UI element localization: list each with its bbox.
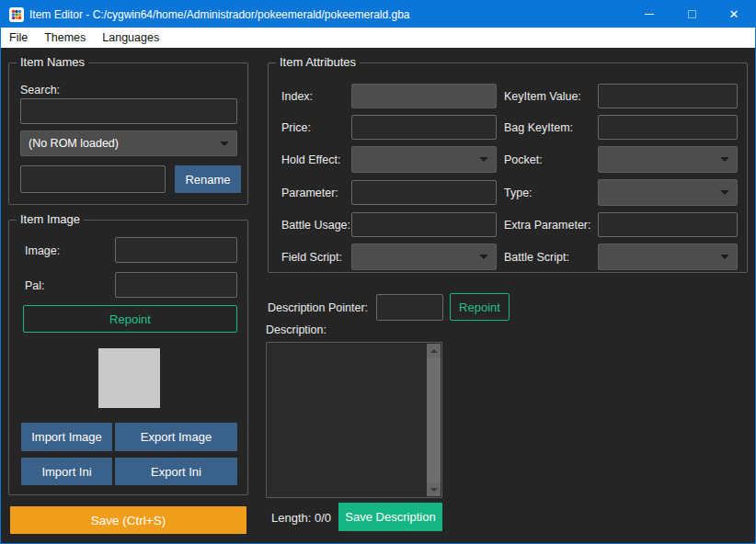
- minimize-button[interactable]: [628, 1, 670, 28]
- type-dropdown[interactable]: [598, 179, 738, 206]
- menu-themes[interactable]: Themes: [36, 28, 94, 48]
- save-description-button[interactable]: Save Description: [338, 503, 442, 531]
- field-script-dropdown[interactable]: [351, 244, 497, 270]
- repoint-image-button[interactable]: Repoint: [23, 305, 237, 333]
- price-field[interactable]: [351, 115, 497, 140]
- item-image-group-title: Item Image: [17, 212, 84, 226]
- bag-keyitem-field[interactable]: [598, 115, 738, 140]
- item-names-group-title: Item Names: [17, 55, 88, 69]
- close-icon: ✕: [729, 8, 739, 20]
- search-label: Search:: [20, 84, 60, 96]
- item-attributes-group-title: Item Attributes: [276, 55, 360, 69]
- item-image-group: Item Image Image: Pal: Repoint Import Im…: [8, 220, 248, 495]
- rom-dropdown-value: (No ROM loaded): [29, 137, 214, 150]
- app-icon: [9, 7, 24, 22]
- menu-languages[interactable]: Languages: [94, 28, 167, 48]
- battle-usage-label: Battle Usage:: [281, 219, 344, 232]
- chevron-down-icon: [720, 157, 729, 162]
- description-label: Description:: [266, 323, 326, 336]
- chevron-down-icon: [720, 255, 729, 259]
- description-pointer-label: Description Pointer:: [268, 301, 368, 314]
- scroll-down-arrow-icon: [430, 488, 438, 492]
- type-label: Type:: [504, 187, 590, 199]
- image-field[interactable]: [115, 237, 237, 263]
- chevron-down-icon: [479, 255, 488, 259]
- minimize-icon: [645, 14, 654, 15]
- repoint-description-button[interactable]: Repoint: [450, 293, 510, 321]
- parameter-field[interactable]: [351, 180, 497, 205]
- extra-parameter-field[interactable]: [598, 212, 738, 237]
- close-button[interactable]: ✕: [713, 1, 755, 28]
- item-attributes-group: Item Attributes Index: KeyItem Value: Pr…: [268, 62, 748, 273]
- battle-script-dropdown[interactable]: [598, 244, 738, 270]
- bag-keyitem-label: Bag KeyItem:: [504, 121, 590, 134]
- menu-file[interactable]: File: [1, 28, 36, 48]
- keyitem-value-field[interactable]: [598, 84, 738, 108]
- pal-label: Pal:: [25, 279, 45, 292]
- battle-usage-field[interactable]: [351, 212, 497, 237]
- keyitem-value-label: KeyItem Value:: [504, 90, 590, 103]
- description-length-label: Length: 0/0: [271, 511, 331, 525]
- chevron-down-icon: [220, 142, 229, 146]
- import-image-button[interactable]: Import Image: [21, 423, 112, 451]
- price-label: Price:: [281, 121, 344, 134]
- pocket-label: Pocket:: [504, 153, 590, 166]
- window-controls: ✕: [628, 1, 755, 28]
- titlebar[interactable]: Item Editor - C:/cygwin64/home/Administr…: [1, 1, 755, 28]
- scroll-up-button[interactable]: [427, 344, 441, 357]
- hold-effect-dropdown[interactable]: [351, 146, 497, 173]
- app-window: Item Editor - C:/cygwin64/home/Administr…: [0, 0, 756, 544]
- pal-field[interactable]: [115, 272, 237, 298]
- maximize-icon: [688, 10, 696, 18]
- import-ini-button[interactable]: Import Ini: [21, 458, 112, 485]
- rename-button[interactable]: Rename: [175, 165, 241, 193]
- chevron-down-icon: [720, 190, 729, 195]
- item-image-preview: [98, 348, 160, 408]
- rom-dropdown[interactable]: (No ROM loaded): [20, 130, 237, 156]
- hold-effect-label: Hold Effect:: [281, 153, 344, 166]
- index-field[interactable]: [351, 84, 497, 108]
- maximize-button[interactable]: [670, 1, 713, 28]
- scroll-down-button[interactable]: [427, 482, 441, 496]
- scroll-up-arrow-icon: [430, 349, 438, 353]
- menubar: File Themes Languages: [1, 28, 755, 48]
- description-pointer-field[interactable]: [376, 294, 443, 321]
- field-script-label: Field Script:: [281, 251, 344, 264]
- rename-input[interactable]: [20, 165, 166, 193]
- export-image-button[interactable]: Export Image: [115, 423, 237, 451]
- description-scrollbar[interactable]: [427, 344, 441, 496]
- chevron-down-icon: [479, 157, 488, 162]
- search-input[interactable]: [20, 98, 237, 124]
- extra-parameter-label: Extra Parameter:: [504, 219, 590, 232]
- image-label: Image:: [25, 244, 60, 257]
- parameter-label: Parameter:: [281, 187, 344, 199]
- export-ini-button[interactable]: Export Ini: [115, 458, 237, 485]
- battle-script-label: Battle Script:: [504, 251, 590, 264]
- description-textarea[interactable]: [266, 342, 442, 498]
- window-title: Item Editor - C:/cygwin64/home/Administr…: [29, 8, 410, 21]
- index-label: Index:: [281, 90, 344, 103]
- save-button[interactable]: Save (Ctrl+S): [10, 506, 246, 534]
- scrollbar-thumb[interactable]: [427, 357, 441, 482]
- pocket-dropdown[interactable]: [598, 146, 738, 173]
- item-attributes-grid: Index: KeyItem Value: Price: Bag KeyItem…: [281, 84, 738, 270]
- item-names-group: Item Names Search: (No ROM loaded) Renam…: [8, 62, 248, 205]
